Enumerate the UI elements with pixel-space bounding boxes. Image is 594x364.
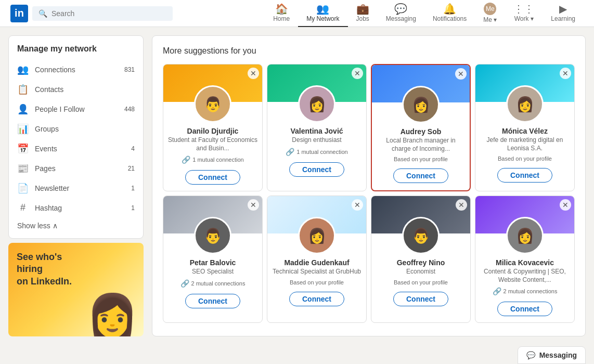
- card-meta: 🔗 2 mutual connections: [488, 285, 562, 297]
- card-meta: Based on your profile: [390, 277, 452, 288]
- main-layout: Manage my network 👥 Connections 831 📋 Co…: [0, 27, 594, 345]
- mutual-connections-icon: 🔗: [493, 287, 501, 295]
- show-less-button[interactable]: Show less ∧: [9, 217, 143, 234]
- nav-jobs-label: Jobs: [356, 15, 369, 22]
- sidebar-item-people-follow[interactable]: 👤 People I Follow 448: [9, 99, 143, 119]
- show-less-label: Show less: [17, 222, 50, 230]
- card-avatar-wrap: 👨: [194, 217, 231, 254]
- card-meta: Based on your profile: [390, 154, 452, 164]
- card-avatar-wrap: 👩: [298, 217, 335, 254]
- sidebar-item-groups[interactable]: 📊 Groups: [9, 119, 143, 139]
- card-title: Student at Faculty of Economics and Busi…: [163, 135, 262, 153]
- my-network-icon: 👥: [316, 4, 329, 14]
- avatar: 👨: [194, 217, 231, 254]
- connect-button[interactable]: Connect: [393, 168, 448, 183]
- nav-notifications[interactable]: 🔔 Notifications: [424, 0, 475, 27]
- nav-home-label: Home: [273, 15, 290, 22]
- mutual-connections-icon: 🔗: [286, 148, 294, 156]
- card-close-button[interactable]: ✕: [352, 68, 363, 79]
- connect-button[interactable]: Connect: [497, 302, 552, 316]
- messaging-icon: 💬: [394, 4, 407, 14]
- card-avatar-wrap: 👩: [506, 85, 544, 123]
- events-count: 4: [131, 145, 135, 152]
- suggestion-card-audrey: ✕ 👩 Audrey Sob Local Branch manager in c…: [371, 64, 471, 191]
- avatar: 👩: [298, 85, 335, 123]
- mutual-connections-icon: 🔗: [182, 155, 190, 164]
- avatar: 👨: [402, 217, 440, 254]
- card-meta: 🔗 1 mutual connection: [281, 146, 352, 158]
- card-name: Petar Balovic: [186, 258, 240, 267]
- card-meta: 🔗 1 mutual connection: [177, 153, 248, 166]
- connect-button[interactable]: Connect: [289, 292, 344, 306]
- hashtag-label: Hashtag: [35, 204, 62, 212]
- newsletter-label: Newsletter: [35, 184, 69, 192]
- connections-count: 831: [124, 66, 135, 73]
- newsletter-icon: 📄: [17, 183, 29, 194]
- contacts-label: Contacts: [35, 85, 63, 94]
- nav-home[interactable]: 🏠 Home: [265, 0, 298, 27]
- home-icon: 🏠: [275, 4, 288, 14]
- hashtag-count: 1: [131, 204, 135, 212]
- nav-work[interactable]: ⋮⋮ Work ▾: [505, 0, 543, 27]
- sidebar: Manage my network 👥 Connections 831 📋 Co…: [8, 35, 144, 336]
- connect-button[interactable]: Connect: [185, 294, 240, 308]
- avatar: Me: [484, 3, 496, 15]
- card-title: Design enthusiast: [288, 135, 345, 146]
- people-follow-icon: 👤: [17, 103, 29, 115]
- ad-figure: 👩: [81, 253, 144, 336]
- manage-network-section: Manage my network 👥 Connections 831 📋 Co…: [8, 35, 144, 239]
- avatar: 👩: [298, 217, 335, 254]
- sidebar-item-contacts[interactable]: 📋 Contacts: [9, 80, 143, 99]
- suggestion-card-petar: ✕ 👨 Petar Balovic SEO Specialist 🔗 2 mut…: [163, 196, 263, 323]
- search-icon: 🔍: [38, 9, 47, 18]
- sidebar-item-pages[interactable]: 📰 Pages 21: [9, 159, 143, 178]
- nav-jobs[interactable]: 💼 Jobs: [348, 0, 378, 27]
- events-icon: 📅: [17, 143, 29, 154]
- connect-button[interactable]: Connect: [289, 162, 344, 177]
- nav-me[interactable]: Me Me ▾: [475, 0, 505, 27]
- card-close-button[interactable]: ✕: [560, 68, 571, 79]
- card-meta: Based on your profile: [286, 277, 348, 288]
- connect-button[interactable]: Connect: [185, 170, 240, 185]
- events-label: Events: [35, 145, 57, 153]
- linkedin-logo[interactable]: in: [10, 5, 28, 22]
- card-meta: 🔗 2 mutual connections: [176, 277, 250, 290]
- card-avatar-wrap: 👩: [506, 217, 544, 254]
- people-follow-label: People I Follow: [35, 105, 85, 113]
- nav-me-label: Me ▾: [483, 16, 497, 23]
- pages-label: Pages: [35, 164, 56, 173]
- cards-row-1: ✕ 👨 Danilo Djurdjic Student at Faculty o…: [163, 64, 575, 191]
- nav-messaging[interactable]: 💬 Messaging: [378, 0, 424, 27]
- card-title: Economist: [402, 267, 440, 277]
- main-nav: 🏠 Home 👥 My Network 💼 Jobs 💬 Messaging 🔔…: [265, 0, 584, 27]
- avatar: 👩: [402, 86, 440, 123]
- connect-button[interactable]: Connect: [393, 292, 448, 306]
- groups-icon: 📊: [17, 123, 29, 135]
- card-title: Content & Copywriting | SEO, Website Con…: [475, 267, 574, 285]
- work-icon: ⋮⋮: [513, 4, 534, 14]
- card-name: Maddie Gudenkauf: [280, 258, 353, 267]
- card-title: SEO Specialist: [188, 267, 238, 277]
- suggestion-card-valentina: ✕ 👩 Valentina Jović Design enthusiast 🔗 …: [267, 64, 367, 191]
- card-close-button[interactable]: ✕: [455, 68, 467, 80]
- nav-my-network[interactable]: 👥 My Network: [298, 0, 347, 27]
- sidebar-item-hashtag[interactable]: # Hashtag 1: [9, 198, 143, 217]
- search-bar[interactable]: 🔍: [32, 6, 173, 21]
- sidebar-item-connections[interactable]: 👥 Connections 831: [9, 60, 143, 80]
- suggestions-title: More suggestions for you: [163, 46, 575, 56]
- notifications-icon: 🔔: [443, 4, 456, 14]
- sidebar-item-newsletter[interactable]: 📄 Newsletter 1: [9, 178, 143, 198]
- card-name: Danilo Djurdjic: [183, 127, 243, 135]
- card-name: Geoffrey Nino: [393, 258, 449, 267]
- card-close-button[interactable]: ✕: [248, 68, 259, 79]
- connect-button[interactable]: Connect: [497, 168, 552, 183]
- suggestion-card-danilo: ✕ 👨 Danilo Djurdjic Student at Faculty o…: [163, 64, 263, 191]
- nav-learning-label: Learning: [551, 15, 575, 22]
- card-avatar-wrap: 👨: [194, 85, 231, 123]
- card-avatar-wrap: 👨: [402, 217, 440, 254]
- ad-banner[interactable]: See who's hiring on LinkedIn. 👩: [8, 243, 144, 336]
- nav-learning[interactable]: ▶ Learning: [543, 0, 584, 27]
- sidebar-item-events[interactable]: 📅 Events 4: [9, 139, 143, 159]
- search-input[interactable]: [51, 9, 166, 18]
- connections-icon: 👥: [17, 64, 29, 75]
